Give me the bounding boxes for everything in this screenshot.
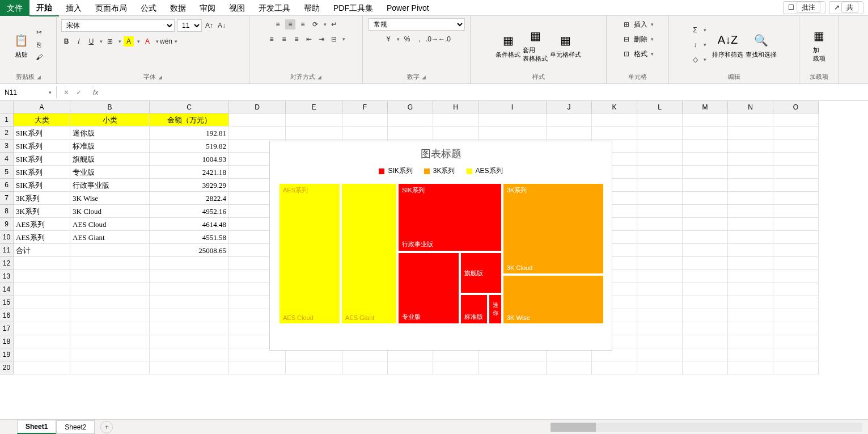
cell-M11[interactable]: [683, 244, 728, 257]
cell-N8[interactable]: [728, 205, 773, 218]
col-header-C[interactable]: C: [150, 101, 229, 113]
cell-H20[interactable]: [433, 361, 479, 374]
increase-font-icon[interactable]: A↑: [204, 20, 214, 31]
wrap-text-icon[interactable]: ↵: [329, 19, 339, 30]
copy-icon[interactable]: ⎘: [34, 40, 44, 50]
cell-N4[interactable]: [728, 153, 773, 166]
cell-D20[interactable]: [229, 361, 286, 374]
cell-N18[interactable]: [728, 335, 773, 348]
col-header-E[interactable]: E: [286, 101, 342, 113]
cell-B20[interactable]: [70, 361, 150, 374]
format-cells-button[interactable]: ⊡格式▾: [621, 49, 654, 59]
cell-C20[interactable]: [150, 361, 229, 374]
cell-L15[interactable]: [637, 296, 683, 309]
cell-M15[interactable]: [683, 296, 728, 309]
embedded-chart[interactable]: 图表标题 SIK系列 3K系列 AES系列 AES系列 AES Cloud AE…: [269, 141, 612, 351]
cell-I1[interactable]: [479, 113, 547, 127]
tm-sik-mini[interactable]: 迷你: [488, 294, 502, 325]
sheet-tab-2[interactable]: Sheet2: [56, 420, 95, 434]
cell-B15[interactable]: [70, 296, 150, 309]
row-header-9[interactable]: 9: [0, 218, 14, 231]
tab-data[interactable]: 数据: [163, 0, 193, 16]
cell-O13[interactable]: [773, 270, 819, 283]
cell-E20[interactable]: [286, 361, 342, 374]
cell-M14[interactable]: [683, 283, 728, 296]
cell-L18[interactable]: [637, 335, 683, 348]
cell-O16[interactable]: [773, 309, 819, 322]
currency-icon[interactable]: ¥: [383, 34, 393, 44]
cell-N13[interactable]: [728, 270, 773, 283]
tm-sik-admin[interactable]: SIK系列 行政事业版: [397, 183, 502, 252]
row-header-20[interactable]: 20: [0, 361, 14, 374]
align-right-icon[interactable]: ≡: [291, 34, 302, 44]
cancel-icon[interactable]: ✕: [63, 89, 69, 96]
cell-L9[interactable]: [637, 218, 683, 231]
comma-icon[interactable]: ,: [414, 34, 425, 44]
cell-A10[interactable]: AES系列: [14, 231, 70, 244]
select-all-corner[interactable]: [0, 101, 14, 113]
cell-M7[interactable]: [683, 192, 728, 205]
cell-E2[interactable]: [286, 127, 342, 140]
col-header-H[interactable]: H: [433, 101, 479, 113]
cell-M18[interactable]: [683, 335, 728, 348]
row-header-5[interactable]: 5: [0, 166, 14, 179]
cell-C5[interactable]: 2421.18: [150, 166, 229, 179]
cell-B12[interactable]: [70, 257, 150, 270]
name-box[interactable]: N11▾: [0, 86, 57, 99]
cell-C11[interactable]: 25008.65: [150, 244, 229, 257]
row-header-18[interactable]: 18: [0, 335, 14, 348]
cell-M19[interactable]: [683, 348, 728, 361]
col-header-A[interactable]: A: [14, 101, 70, 113]
tab-home[interactable]: 开始: [29, 0, 59, 16]
cell-M12[interactable]: [683, 257, 728, 270]
col-header-F[interactable]: F: [342, 101, 388, 113]
confirm-icon[interactable]: ✓: [76, 89, 82, 96]
col-header-B[interactable]: B: [70, 101, 150, 113]
cell-O7[interactable]: [773, 192, 819, 205]
cell-L10[interactable]: [637, 231, 683, 244]
decrease-decimal-icon[interactable]: ←.0: [439, 34, 450, 44]
col-header-O[interactable]: O: [773, 101, 819, 113]
cell-N17[interactable]: [728, 322, 773, 335]
cell-O8[interactable]: [773, 205, 819, 218]
cell-A18[interactable]: [14, 335, 70, 348]
cell-G2[interactable]: [388, 127, 433, 140]
cell-C10[interactable]: 4551.58: [150, 231, 229, 244]
fx-icon[interactable]: fx: [88, 89, 103, 96]
cell-M17[interactable]: [683, 322, 728, 335]
insert-cells-button[interactable]: ⊞插入▾: [621, 19, 654, 30]
cell-C16[interactable]: [150, 309, 229, 322]
cell-E1[interactable]: [286, 113, 342, 127]
cell-L19[interactable]: [637, 348, 683, 361]
cell-N3[interactable]: [728, 140, 773, 153]
share-button[interactable]: ↗ 共: [829, 1, 863, 14]
cell-M6[interactable]: [683, 179, 728, 192]
cell-F2[interactable]: [342, 127, 388, 140]
indent-decrease-icon[interactable]: ⇤: [304, 34, 314, 44]
cell-O5[interactable]: [773, 166, 819, 179]
cell-M5[interactable]: [683, 166, 728, 179]
bold-icon[interactable]: B: [61, 36, 71, 47]
cell-O10[interactable]: [773, 231, 819, 244]
cell-C17[interactable]: [150, 322, 229, 335]
cell-K1[interactable]: [592, 113, 637, 127]
cell-D1[interactable]: [229, 113, 286, 127]
cell-C14[interactable]: [150, 283, 229, 296]
number-format-select[interactable]: 常规: [369, 18, 465, 31]
cell-L14[interactable]: [637, 283, 683, 296]
cell-B19[interactable]: [70, 348, 150, 361]
font-size-select[interactable]: 11: [177, 19, 202, 32]
row-header-8[interactable]: 8: [0, 205, 14, 218]
cell-B1[interactable]: 小类: [70, 113, 150, 127]
cell-M1[interactable]: [683, 113, 728, 127]
cell-O2[interactable]: [773, 127, 819, 140]
cell-B11[interactable]: [70, 244, 150, 257]
cell-C4[interactable]: 1004.93: [150, 153, 229, 166]
tab-pdf[interactable]: PDF工具集: [327, 0, 380, 16]
cell-O12[interactable]: [773, 257, 819, 270]
table-format-button[interactable]: ▦套用 表格格式: [522, 27, 549, 63]
cell-A1[interactable]: 大类: [14, 113, 70, 127]
cell-A3[interactable]: SIK系列: [14, 140, 70, 153]
delete-cells-button[interactable]: ⊟删除▾: [621, 34, 654, 44]
cell-N20[interactable]: [728, 361, 773, 374]
